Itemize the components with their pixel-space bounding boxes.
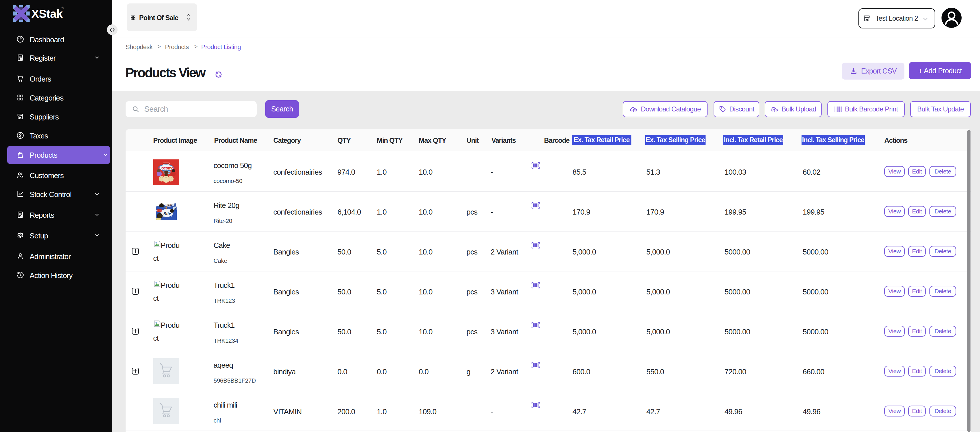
svg-text:Rite: Rite bbox=[163, 211, 171, 216]
svg-text:15: 15 bbox=[173, 208, 176, 210]
svg-text:Tasty: Tasty bbox=[164, 207, 167, 208]
svg-text:Cocomo: Cocomo bbox=[159, 165, 173, 170]
svg-text:Rite: Rite bbox=[167, 203, 172, 207]
